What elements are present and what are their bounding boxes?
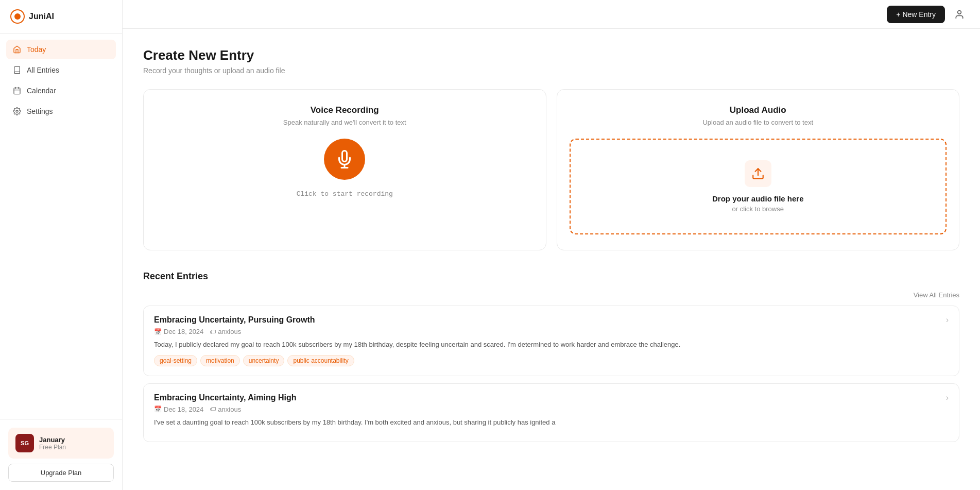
input-cards-row: Voice Recording Speak naturally and we'l… xyxy=(143,89,959,250)
upload-audio-card: Upload Audio Upload an audio file to con… xyxy=(557,89,960,250)
svg-point-1 xyxy=(14,13,21,20)
sidebar-item-calendar-label: Calendar xyxy=(27,87,56,95)
sidebar-item-all-entries[interactable]: All Entries xyxy=(6,60,116,80)
voice-card-subtitle: Speak naturally and we'll convert it to … xyxy=(283,119,406,126)
svg-rect-2 xyxy=(14,88,20,94)
settings-icon xyxy=(12,107,22,116)
page-title: Create New Entry xyxy=(143,47,959,63)
logo-icon xyxy=(10,9,25,24)
page-subtitle: Record your thoughts or upload an audio … xyxy=(143,66,959,75)
sidebar-item-calendar[interactable]: Calendar xyxy=(6,81,116,100)
user-icon xyxy=(954,9,965,20)
mic-button[interactable] xyxy=(324,139,365,180)
upload-card-title: Upload Audio xyxy=(730,105,786,115)
user-info: January Free Plan xyxy=(39,436,107,451)
upload-drop-title: Drop your audio file here xyxy=(712,194,804,203)
sidebar-item-all-entries-label: All Entries xyxy=(27,66,59,74)
book-icon xyxy=(12,65,22,75)
upload-icon xyxy=(751,167,765,180)
user-card: SG January Free Plan xyxy=(8,428,114,459)
entry-title-2: Embracing Uncertainty, Aiming High xyxy=(154,393,296,402)
entry-tags-1: goal-setting motivation uncertainty publ… xyxy=(154,355,949,366)
home-icon xyxy=(12,45,22,54)
user-plan: Free Plan xyxy=(39,444,107,451)
chevron-right-icon-1: › xyxy=(946,315,949,325)
recent-entries-header: Recent Entries xyxy=(143,271,959,282)
upload-icon-box xyxy=(745,160,771,187)
tag-uncertainty: uncertainty xyxy=(243,355,285,366)
entry-header-2: Embracing Uncertainty, Aiming High › xyxy=(154,393,949,402)
sidebar-logo: JuniAI xyxy=(0,0,122,33)
microphone-icon xyxy=(335,150,354,168)
entry-card-1[interactable]: Embracing Uncertainty, Pursuing Growth ›… xyxy=(143,306,959,376)
entry-meta-2: 📅 Dec 18, 2024 🏷 anxious xyxy=(154,405,949,413)
entry-excerpt-2: I've set a daunting goal to reach 100k s… xyxy=(154,417,949,428)
entry-date-2: 📅 Dec 18, 2024 xyxy=(154,405,203,413)
entry-excerpt-1: Today, I publicly declared my goal to re… xyxy=(154,340,949,350)
entry-date-1: 📅 Dec 18, 2024 xyxy=(154,328,203,335)
sidebar: JuniAI Today All Entries xyxy=(0,0,123,490)
entry-header-1: Embracing Uncertainty, Pursuing Growth › xyxy=(154,315,949,325)
avatar: SG xyxy=(15,434,34,452)
mic-label: Click to start recording xyxy=(297,190,393,198)
tag-meta-icon-2: 🏷 xyxy=(210,405,216,413)
user-name: January xyxy=(39,436,107,444)
tag-public-accountability: public accountability xyxy=(287,355,354,366)
sidebar-item-settings-label: Settings xyxy=(27,107,53,115)
logo-text: JuniAI xyxy=(29,12,54,21)
svg-point-7 xyxy=(958,10,961,14)
upgrade-plan-button[interactable]: Upgrade Plan xyxy=(8,464,114,482)
chevron-right-icon-2: › xyxy=(946,393,949,402)
calendar-meta-icon-1: 📅 xyxy=(154,328,162,335)
sidebar-nav: Today All Entries Calendar xyxy=(0,33,122,419)
entry-meta-1: 📅 Dec 18, 2024 🏷 anxious xyxy=(154,328,949,335)
upload-drop-subtitle: or click to browse xyxy=(732,205,784,213)
sidebar-item-settings[interactable]: Settings xyxy=(6,102,116,121)
tag-motivation: motivation xyxy=(200,355,240,366)
tag-goal-setting: goal-setting xyxy=(154,355,197,366)
calendar-icon xyxy=(12,86,22,95)
entry-mood-2: 🏷 anxious xyxy=(210,405,241,413)
voice-card-title: Voice Recording xyxy=(311,105,379,115)
sidebar-item-today-label: Today xyxy=(27,45,46,54)
svg-point-6 xyxy=(16,110,18,112)
upload-card-subtitle: Upload an audio file to convert to text xyxy=(702,119,813,126)
voice-recording-card: Voice Recording Speak naturally and we'l… xyxy=(143,89,546,250)
entry-card-2[interactable]: Embracing Uncertainty, Aiming High › 📅 D… xyxy=(143,383,959,443)
sidebar-footer: SG January Free Plan Upgrade Plan xyxy=(0,419,122,490)
main-content: Create New Entry Record your thoughts or… xyxy=(123,29,980,490)
calendar-meta-icon-2: 📅 xyxy=(154,405,162,413)
recent-entries-title: Recent Entries xyxy=(143,271,208,282)
topbar: + New Entry xyxy=(123,0,980,29)
upload-dropzone[interactable]: Drop your audio file here or click to br… xyxy=(570,139,947,234)
tag-meta-icon-1: 🏷 xyxy=(210,328,216,335)
new-entry-button[interactable]: + New Entry xyxy=(887,6,945,23)
view-all-entries-link[interactable]: View All Entries xyxy=(914,291,959,299)
sidebar-item-today[interactable]: Today xyxy=(6,40,116,59)
user-profile-button[interactable] xyxy=(951,6,968,23)
entry-title-1: Embracing Uncertainty, Pursuing Growth xyxy=(154,315,315,325)
entry-mood-1: 🏷 anxious xyxy=(210,328,241,335)
